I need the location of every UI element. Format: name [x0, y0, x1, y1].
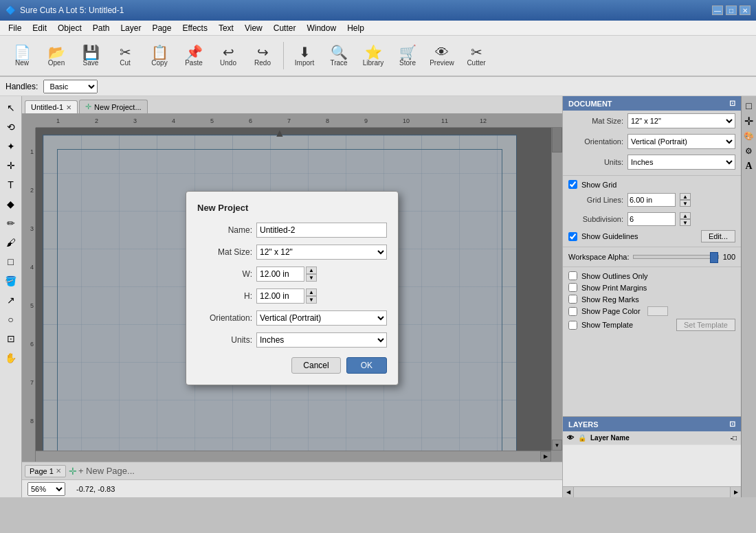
dialog-h-down[interactable]: ▼: [306, 296, 317, 304]
undo-button[interactable]: ↩Undo: [212, 38, 245, 73]
menu-item-window[interactable]: Window: [301, 22, 342, 34]
panel-icon-settings[interactable]: ⚙: [742, 144, 756, 158]
rotate-tool[interactable]: ⟲: [2, 118, 20, 136]
new-project-icon: ✛: [85, 102, 91, 111]
grid-lines-down[interactable]: ▼: [680, 200, 691, 207]
menu-item-effects[interactable]: Effects: [177, 22, 212, 34]
dialog-h-up[interactable]: ▲: [306, 288, 317, 296]
cutter-button[interactable]: ✂Cutter: [460, 38, 493, 73]
show-grid-checkbox[interactable]: [568, 180, 577, 189]
dialog-w-input[interactable]: [256, 266, 304, 282]
layers-scroll-track[interactable]: [574, 487, 730, 497]
menu-item-object[interactable]: Object: [52, 22, 87, 34]
units-select[interactable]: Inches Centimeters Millimeters: [627, 155, 735, 170]
dialog-w-stepper: ▲ ▼: [306, 266, 317, 282]
crop-tool[interactable]: ⊡: [2, 330, 20, 348]
cut-button[interactable]: ✂Cut: [109, 38, 142, 73]
dialog-orientation-label: Orientation:: [197, 313, 252, 323]
zoom-select[interactable]: 56% 100% 50%: [27, 482, 65, 496]
workspace-alpha-slider[interactable]: [633, 255, 718, 259]
tab-close[interactable]: ✕: [66, 104, 71, 111]
layers-expand[interactable]: ⊡: [729, 420, 735, 429]
doc-panel-expand[interactable]: ⊡: [729, 99, 735, 108]
tab-new-project[interactable]: ✛ New Project...: [79, 100, 147, 113]
panel-icon-move[interactable]: ✛: [742, 114, 756, 128]
panel-icon-font[interactable]: A: [742, 159, 756, 173]
page-tab-1[interactable]: Page 1 ✕: [25, 465, 66, 477]
dialog-h-label: H:: [197, 291, 252, 301]
fill-tool[interactable]: 🪣: [2, 272, 20, 290]
grid-lines-input[interactable]: [627, 193, 676, 207]
import-button[interactable]: ⬇Import: [288, 38, 321, 73]
page-tab-close[interactable]: ✕: [56, 467, 61, 475]
zoom-tool[interactable]: ↗: [2, 291, 20, 309]
menu-item-edit[interactable]: Edit: [27, 22, 52, 34]
layers-scroll-left[interactable]: ◀: [563, 487, 574, 497]
maximize-button[interactable]: □: [726, 5, 737, 15]
subdivision-input[interactable]: [627, 212, 676, 226]
orientation-select[interactable]: Vertical (Portrait) Horizontal (Landscap…: [627, 134, 735, 149]
subdivision-up[interactable]: ▲: [680, 212, 691, 219]
text-tool[interactable]: T: [2, 176, 20, 194]
trace-button[interactable]: 🔍Trace: [322, 38, 355, 73]
paste-button[interactable]: 📌Paste: [177, 38, 210, 73]
set-template-button[interactable]: Set Template: [676, 319, 735, 331]
node-tool[interactable]: ✦: [2, 137, 20, 155]
pencil-tool[interactable]: ✏: [2, 214, 20, 232]
menu-item-page[interactable]: Page: [146, 22, 177, 34]
edit-guidelines-button[interactable]: Edit...: [701, 230, 735, 242]
dialog-w-down[interactable]: ▼: [306, 274, 317, 282]
show-outlines-checkbox[interactable]: [568, 271, 577, 280]
menu-item-path[interactable]: Path: [87, 22, 115, 34]
preview-button[interactable]: 👁Preview: [425, 38, 458, 73]
shape-tool[interactable]: ◆: [2, 195, 20, 213]
subdivision-down[interactable]: ▼: [680, 219, 691, 226]
select-tool[interactable]: ↖: [2, 99, 20, 117]
dialog-name-input[interactable]: [256, 223, 387, 238]
panel-icon-document[interactable]: □: [742, 99, 756, 113]
brush-tool[interactable]: 🖌: [2, 234, 20, 251]
show-guidelines-checkbox[interactable]: [568, 232, 577, 241]
rect-tool[interactable]: □: [2, 253, 20, 271]
layers-scrollbar[interactable]: ◀ ▶: [563, 486, 741, 497]
hand-tool[interactable]: ✋: [2, 349, 20, 367]
store-button[interactable]: 🛒Store: [391, 38, 424, 73]
open-button[interactable]: 📂Open: [40, 38, 73, 73]
new-button[interactable]: 📄New: [5, 38, 38, 73]
mat-size-select[interactable]: 12" x 12" 12" x 24": [627, 113, 735, 128]
menu-item-text[interactable]: Text: [213, 22, 239, 34]
panel-icon-color[interactable]: 🎨: [742, 129, 756, 143]
show-print-margins-checkbox[interactable]: [568, 283, 577, 292]
menu-item-view[interactable]: View: [239, 22, 268, 34]
library-button[interactable]: ⭐Library: [357, 38, 390, 73]
dialog-h-input[interactable]: [256, 288, 304, 304]
show-page-color-checkbox[interactable]: [568, 307, 577, 316]
show-reg-marks-checkbox[interactable]: [568, 295, 577, 304]
minimize-button[interactable]: —: [712, 5, 723, 15]
dialog-cancel-button[interactable]: Cancel: [291, 357, 340, 374]
redo-button[interactable]: ↪Redo: [246, 38, 279, 73]
ellipse-tool[interactable]: ○: [2, 310, 20, 328]
menu-item-help[interactable]: Help: [342, 22, 370, 34]
dialog-units-select[interactable]: Inches Centimeters Millimeters: [256, 332, 387, 348]
menu-item-cutter[interactable]: Cutter: [268, 22, 302, 34]
dialog-matsize-select[interactable]: 12" x 12" 12" x 24" 6" x 12": [256, 245, 387, 260]
dialog-w-label: W:: [197, 269, 252, 279]
tab-untitled1[interactable]: Untitled-1 ✕: [25, 100, 78, 113]
handles-select[interactable]: Basic Advanced None: [43, 80, 98, 93]
layers-scroll-right[interactable]: ▶: [730, 487, 741, 497]
dialog-ok-button[interactable]: OK: [346, 357, 387, 374]
dialog-w-up[interactable]: ▲: [306, 266, 317, 274]
crosshair-tool[interactable]: ✛: [2, 157, 20, 174]
new-page-button[interactable]: ✛ + New Page...: [69, 466, 135, 477]
slider-thumb[interactable]: [710, 252, 718, 263]
show-template-checkbox[interactable]: [568, 321, 577, 330]
menu-item-layer[interactable]: Layer: [115, 22, 146, 34]
copy-button[interactable]: 📋Copy: [143, 38, 176, 73]
grid-lines-up[interactable]: ▲: [680, 193, 691, 200]
subdivision-label: Subdivision:: [568, 215, 623, 223]
close-button[interactable]: ✕: [740, 5, 751, 15]
dialog-orientation-select[interactable]: Vertical (Portrait) Horizontal (Landscap…: [256, 310, 387, 326]
menu-item-file[interactable]: File: [3, 22, 27, 34]
save-button[interactable]: 💾Save: [74, 38, 107, 73]
